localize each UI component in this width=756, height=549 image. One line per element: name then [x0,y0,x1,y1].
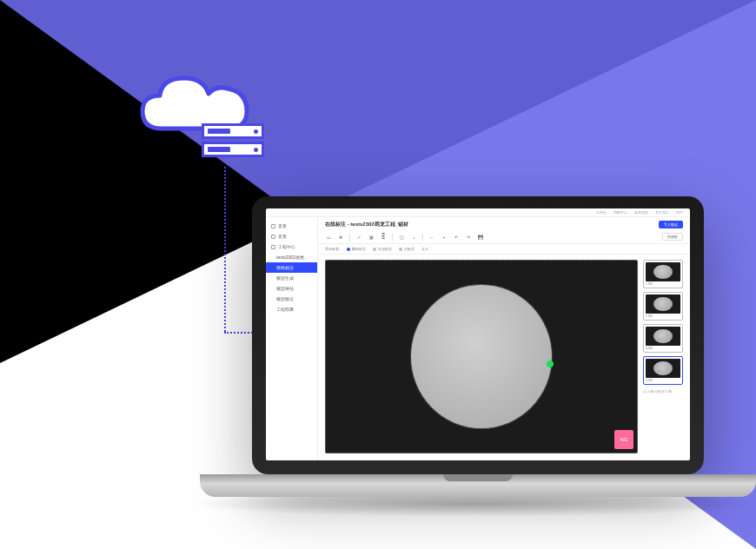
shortcut-button[interactable]: 快捷键 [662,233,683,241]
server-icon [202,123,264,160]
move-icon[interactable]: ✥ [337,234,344,241]
filter-chip-delete[interactable]: 删除标注 [347,247,366,251]
thumbnail-list: 1.NG 2.NG 3.NG 4.NG [643,260,683,453]
folder-icon [271,245,275,249]
filter-label: 显示标签: [325,247,340,251]
ruler-icon[interactable]: ⟂ [410,234,417,241]
toolbar-separator [392,234,393,241]
connector-line-vertical [224,167,226,332]
thumb-label: 3.NG [646,347,680,350]
thumb-image [646,294,680,314]
filter-count: 共 6 [421,247,428,251]
sample-object [410,284,554,430]
thumbnail-item[interactable]: 1.NG [643,260,683,288]
sidebar-item-model-gen[interactable]: 模型生成 [266,273,317,283]
sidebar-item-project-name[interactable]: tests2302画龙.. [266,252,317,262]
laptop-base [200,474,756,497]
save-icon[interactable]: 💾 [477,234,484,241]
list-icon[interactable]: ≣ [380,234,387,241]
thumb-footer: 共 4 条 已标注 0 条 [643,388,683,394]
toolbar: ▭ ✥ ⤢ ▦ ≣ ◫ ⟂ − + ↶ ↷ 💾 快捷键 [318,230,690,244]
top-nav: 工作台 帮助中心 版本信息 关于我们 用户 [266,208,690,217]
page-title: 在线标注 - tests2302画龙工程_锯材 [325,221,408,228]
sidebar-item-label: 模型生成 [276,275,294,281]
main-panel: 在线标注 - tests2302画龙工程_锯材 导入数据 ▭ ✥ ⤢ ▦ ≣ ◫… [318,217,690,460]
content-area: NG 1.NG 2.NG [318,255,690,460]
sidebar-item-label: 模型验证 [276,296,294,301]
app-body: 首页 首页 工程中心 tests2302画龙.. 在线标注 模型生成 [266,217,690,460]
main-header: 在线标注 - tests2302画龙工程_锯材 导入数据 [318,217,690,230]
sidebar-item-dashboard[interactable]: 首页 [266,231,317,241]
sidebar-item-label: tests2302画龙.. [276,255,306,260]
thumb-label: 1.NG [646,282,680,286]
sidebar-item-model-verify[interactable]: 模型验证 [266,294,317,304]
thumbnail-item[interactable]: 4.NG [643,356,683,385]
import-button[interactable]: 导入数据 [659,221,683,228]
sidebar-item-deploy[interactable]: 工程部署 [266,304,317,314]
chip-label: 半点标注 [378,247,392,251]
top-nav-item[interactable]: 用户 [676,210,683,215]
dot-icon [399,248,402,251]
filter-chip-done[interactable]: 已标注 [399,247,414,251]
thumb-image [646,359,680,378]
thumbnail-item[interactable]: 3.NG [643,324,683,353]
chip-label: 已标注 [404,247,414,251]
sidebar-item-annotate[interactable]: 在线标注 [266,262,317,273]
laptop-frame: 工作台 帮助中心 版本信息 关于我们 用户 首页 首页 工程中心 [252,196,704,474]
crop-icon[interactable]: ◫ [398,234,405,241]
toolbar-separator [349,234,350,241]
home-icon [271,235,275,239]
thumbnail-item[interactable]: 2.NG [643,292,683,321]
grid-icon[interactable]: ▦ [368,234,375,241]
ng-badge: NG [614,430,633,449]
thumb-image [646,327,680,346]
sidebar-item-model-eval[interactable]: 模型评估 [266,283,317,294]
thumb-label: 4.NG [646,379,680,382]
sidebar-item-label: 工程中心 [278,244,295,249]
menu-icon [271,224,275,228]
chip-label: 删除标注 [352,247,366,251]
laptop-notch [443,474,513,481]
toolbar-separator [422,234,423,241]
sidebar-item-label: 模型评估 [276,286,294,291]
pointer-icon[interactable]: ▭ [325,234,332,241]
sidebar-item-label: 首页 [278,223,287,228]
dot-icon [373,248,376,251]
canvas-wrap: NG [325,260,638,453]
redo-icon[interactable]: ↷ [465,234,472,241]
undo-icon[interactable]: ↶ [453,234,460,241]
sidebar: 首页 首页 工程中心 tests2302画龙.. 在线标注 模型生成 [266,217,318,460]
resize-icon[interactable]: ⤢ [355,234,362,241]
top-nav-item[interactable]: 工作台 [596,210,607,215]
thumb-image [646,262,680,281]
top-nav-item[interactable]: 帮助中心 [613,210,627,215]
top-nav-item[interactable]: 版本信息 [634,210,648,215]
thumb-label: 2.NG [646,314,680,318]
annotation-canvas[interactable]: NG [325,260,638,453]
annotation-point[interactable] [547,360,554,367]
cloud-graphic [136,73,257,142]
dot-icon [347,248,350,251]
sidebar-item-label: 首页 [278,234,287,239]
sidebar-item-projects[interactable]: 工程中心 [266,241,317,252]
top-nav-item[interactable]: 关于我们 [655,210,669,215]
filter-chip-half[interactable]: 半点标注 [373,247,392,251]
zoom-in-icon[interactable]: + [441,234,448,241]
zoom-out-icon[interactable]: − [428,234,435,241]
app-screen: 工作台 帮助中心 版本信息 关于我们 用户 首页 首页 工程中心 [266,208,690,460]
sidebar-item-label: 在线标注 [276,265,294,270]
sidebar-item-label: 工程部署 [276,307,294,312]
sidebar-item-home[interactable]: 首页 [266,221,317,231]
filter-bar: 显示标签: 删除标注 半点标注 已标注 共 6 [318,244,690,255]
